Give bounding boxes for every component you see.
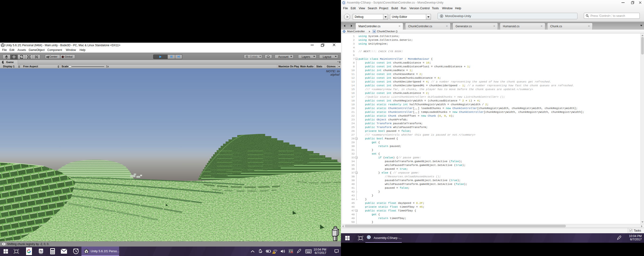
svg-text:Aa: Aa: [40, 249, 42, 252]
svg-text:C: C: [344, 30, 345, 33]
svg-text:M: M: [374, 30, 375, 33]
